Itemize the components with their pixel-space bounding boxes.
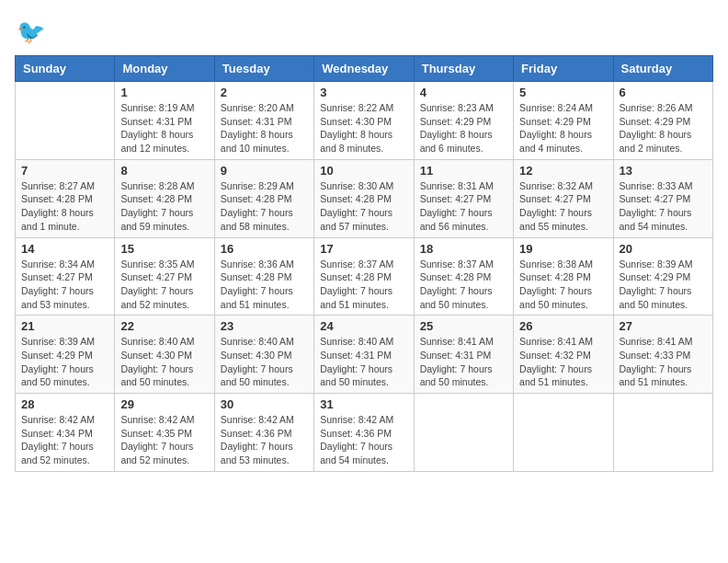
calendar-cell: 23Sunrise: 8:40 AM Sunset: 4:30 PM Dayli… <box>214 316 313 394</box>
calendar-cell: 27Sunrise: 8:41 AM Sunset: 4:33 PM Dayli… <box>613 316 712 394</box>
day-info: Sunrise: 8:20 AM Sunset: 4:31 PM Dayligh… <box>221 101 308 155</box>
calendar-cell: 22Sunrise: 8:40 AM Sunset: 4:30 PM Dayli… <box>115 316 214 394</box>
column-header-friday: Friday <box>514 56 613 82</box>
day-info: Sunrise: 8:40 AM Sunset: 4:30 PM Dayligh… <box>120 335 208 389</box>
day-number: 4 <box>420 86 507 99</box>
calendar-cell: 25Sunrise: 8:41 AM Sunset: 4:31 PM Dayli… <box>414 316 513 394</box>
day-number: 24 <box>320 319 407 333</box>
calendar-cell: 17Sunrise: 8:37 AM Sunset: 4:28 PM Dayli… <box>314 237 414 316</box>
day-number: 21 <box>21 319 108 333</box>
day-number: 29 <box>120 397 208 411</box>
column-header-tuesday: Tuesday <box>214 56 313 82</box>
day-info: Sunrise: 8:19 AM Sunset: 4:31 PM Dayligh… <box>120 101 208 155</box>
day-info: Sunrise: 8:37 AM Sunset: 4:28 PM Dayligh… <box>320 258 407 312</box>
day-info: Sunrise: 8:28 AM Sunset: 4:28 PM Dayligh… <box>120 179 208 234</box>
day-info: Sunrise: 8:39 AM Sunset: 4:29 PM Dayligh… <box>21 335 108 389</box>
day-number: 2 <box>221 86 308 99</box>
calendar-cell: 24Sunrise: 8:40 AM Sunset: 4:31 PM Dayli… <box>314 316 414 394</box>
calendar-cell <box>16 82 115 160</box>
calendar-cell: 30Sunrise: 8:42 AM Sunset: 4:36 PM Dayli… <box>214 394 313 472</box>
calendar-cell: 15Sunrise: 8:35 AM Sunset: 4:27 PM Dayli… <box>115 237 214 316</box>
calendar-week-4: 21Sunrise: 8:39 AM Sunset: 4:29 PM Dayli… <box>16 316 713 394</box>
calendar-week-1: 1Sunrise: 8:19 AM Sunset: 4:31 PM Daylig… <box>16 82 713 160</box>
day-number: 6 <box>620 86 707 99</box>
day-number: 8 <box>120 164 208 178</box>
calendar-cell: 12Sunrise: 8:32 AM Sunset: 4:27 PM Dayli… <box>514 159 613 237</box>
calendar-week-2: 7Sunrise: 8:27 AM Sunset: 4:28 PM Daylig… <box>16 159 713 237</box>
day-info: Sunrise: 8:39 AM Sunset: 4:29 PM Dayligh… <box>620 258 707 312</box>
day-info: Sunrise: 8:30 AM Sunset: 4:28 PM Dayligh… <box>320 179 407 234</box>
day-number: 19 <box>519 242 607 256</box>
calendar-cell: 6Sunrise: 8:26 AM Sunset: 4:29 PM Daylig… <box>613 82 712 160</box>
calendar-cell: 18Sunrise: 8:37 AM Sunset: 4:28 PM Dayli… <box>414 237 513 316</box>
day-number: 11 <box>420 164 507 178</box>
day-info: Sunrise: 8:42 AM Sunset: 4:34 PM Dayligh… <box>21 413 108 467</box>
day-number: 22 <box>120 319 208 333</box>
day-number: 16 <box>221 242 308 256</box>
calendar-cell: 11Sunrise: 8:31 AM Sunset: 4:27 PM Dayli… <box>414 159 513 237</box>
day-info: Sunrise: 8:40 AM Sunset: 4:31 PM Dayligh… <box>320 335 407 389</box>
logo-icon: 🐦 <box>15 15 48 48</box>
day-info: Sunrise: 8:22 AM Sunset: 4:30 PM Dayligh… <box>320 101 407 155</box>
calendar-cell: 5Sunrise: 8:24 AM Sunset: 4:29 PM Daylig… <box>514 82 613 160</box>
calendar-table: SundayMondayTuesdayWednesdayThursdayFrid… <box>15 55 713 472</box>
day-info: Sunrise: 8:23 AM Sunset: 4:29 PM Dayligh… <box>420 101 507 155</box>
day-number: 13 <box>620 164 707 178</box>
calendar-cell: 9Sunrise: 8:29 AM Sunset: 4:28 PM Daylig… <box>214 159 313 237</box>
calendar-cell: 8Sunrise: 8:28 AM Sunset: 4:28 PM Daylig… <box>115 159 214 237</box>
column-header-sunday: Sunday <box>16 56 115 82</box>
calendar-week-5: 28Sunrise: 8:42 AM Sunset: 4:34 PM Dayli… <box>16 394 713 472</box>
calendar-cell: 19Sunrise: 8:38 AM Sunset: 4:28 PM Dayli… <box>514 237 613 316</box>
day-info: Sunrise: 8:27 AM Sunset: 4:28 PM Dayligh… <box>21 179 108 234</box>
day-info: Sunrise: 8:31 AM Sunset: 4:27 PM Dayligh… <box>420 179 507 234</box>
day-number: 7 <box>21 164 108 178</box>
day-info: Sunrise: 8:38 AM Sunset: 4:28 PM Dayligh… <box>519 258 607 312</box>
calendar-cell: 14Sunrise: 8:34 AM Sunset: 4:27 PM Dayli… <box>16 237 115 316</box>
column-header-monday: Monday <box>115 56 214 82</box>
calendar-cell: 16Sunrise: 8:36 AM Sunset: 4:28 PM Dayli… <box>214 237 313 316</box>
calendar-cell: 10Sunrise: 8:30 AM Sunset: 4:28 PM Dayli… <box>314 159 414 237</box>
day-number: 1 <box>120 86 208 99</box>
day-info: Sunrise: 8:29 AM Sunset: 4:28 PM Dayligh… <box>221 179 308 234</box>
day-number: 15 <box>120 242 208 256</box>
calendar-cell: 21Sunrise: 8:39 AM Sunset: 4:29 PM Dayli… <box>16 316 115 394</box>
calendar-cell: 31Sunrise: 8:42 AM Sunset: 4:36 PM Dayli… <box>314 394 414 472</box>
day-number: 14 <box>21 242 108 256</box>
day-info: Sunrise: 8:37 AM Sunset: 4:28 PM Dayligh… <box>420 258 507 312</box>
calendar-cell: 13Sunrise: 8:33 AM Sunset: 4:27 PM Dayli… <box>613 159 712 237</box>
day-number: 28 <box>21 397 108 411</box>
day-number: 17 <box>320 242 407 256</box>
day-info: Sunrise: 8:33 AM Sunset: 4:27 PM Dayligh… <box>620 179 707 234</box>
day-info: Sunrise: 8:40 AM Sunset: 4:30 PM Dayligh… <box>221 335 308 389</box>
day-number: 9 <box>221 164 308 178</box>
calendar-cell: 3Sunrise: 8:22 AM Sunset: 4:30 PM Daylig… <box>314 82 414 160</box>
day-info: Sunrise: 8:24 AM Sunset: 4:29 PM Dayligh… <box>519 101 607 155</box>
day-info: Sunrise: 8:42 AM Sunset: 4:35 PM Dayligh… <box>120 413 208 467</box>
day-number: 3 <box>320 86 407 99</box>
day-info: Sunrise: 8:42 AM Sunset: 4:36 PM Dayligh… <box>320 413 407 467</box>
day-number: 30 <box>221 397 308 411</box>
page-header: 🐦 <box>15 15 713 48</box>
logo: 🐦 <box>15 15 51 48</box>
calendar-cell <box>414 394 513 472</box>
column-header-wednesday: Wednesday <box>314 56 414 82</box>
column-header-saturday: Saturday <box>613 56 712 82</box>
day-number: 12 <box>519 164 607 178</box>
calendar-cell: 29Sunrise: 8:42 AM Sunset: 4:35 PM Dayli… <box>115 394 214 472</box>
day-info: Sunrise: 8:34 AM Sunset: 4:27 PM Dayligh… <box>21 258 108 312</box>
calendar-cell: 26Sunrise: 8:41 AM Sunset: 4:32 PM Dayli… <box>514 316 613 394</box>
day-info: Sunrise: 8:35 AM Sunset: 4:27 PM Dayligh… <box>120 258 208 312</box>
day-number: 10 <box>320 164 407 178</box>
calendar-cell: 1Sunrise: 8:19 AM Sunset: 4:31 PM Daylig… <box>115 82 214 160</box>
day-info: Sunrise: 8:26 AM Sunset: 4:29 PM Dayligh… <box>620 101 707 155</box>
day-info: Sunrise: 8:41 AM Sunset: 4:33 PM Dayligh… <box>620 335 707 389</box>
day-info: Sunrise: 8:41 AM Sunset: 4:31 PM Dayligh… <box>420 335 507 389</box>
day-info: Sunrise: 8:42 AM Sunset: 4:36 PM Dayligh… <box>221 413 308 467</box>
calendar-cell: 7Sunrise: 8:27 AM Sunset: 4:28 PM Daylig… <box>16 159 115 237</box>
column-header-thursday: Thursday <box>414 56 513 82</box>
day-number: 18 <box>420 242 507 256</box>
calendar-cell: 4Sunrise: 8:23 AM Sunset: 4:29 PM Daylig… <box>414 82 513 160</box>
day-number: 27 <box>620 319 707 333</box>
calendar-cell: 2Sunrise: 8:20 AM Sunset: 4:31 PM Daylig… <box>214 82 313 160</box>
day-number: 25 <box>420 319 507 333</box>
